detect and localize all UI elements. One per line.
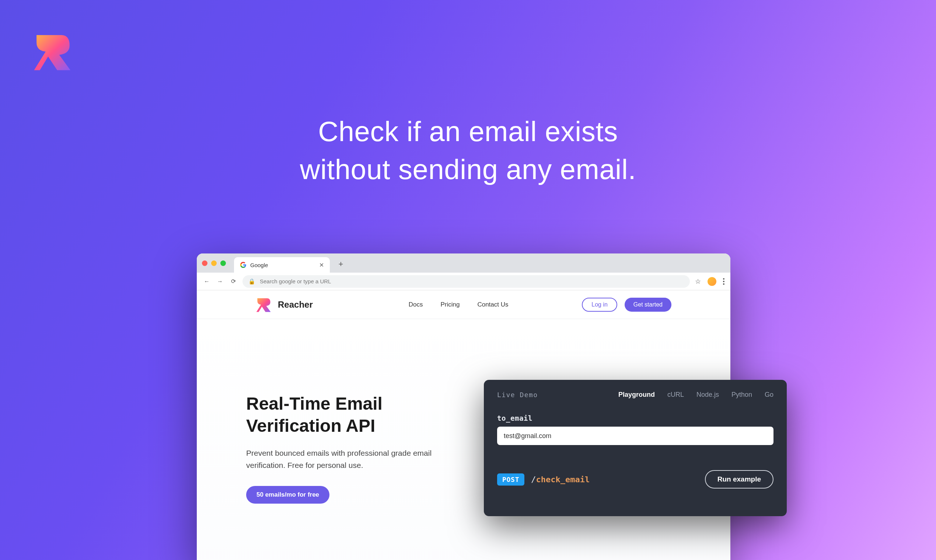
back-button[interactable]: ←: [203, 278, 211, 285]
email-input[interactable]: [497, 427, 773, 445]
browser-tab-title: Google: [250, 262, 268, 268]
brand[interactable]: Reacher: [256, 297, 313, 313]
api-playground: Live Demo Playground cURL Node.js Python…: [484, 380, 787, 516]
run-example-button[interactable]: Run example: [705, 470, 773, 489]
close-tab-icon[interactable]: ✕: [319, 262, 324, 269]
forward-button[interactable]: →: [216, 278, 224, 285]
nav-contact[interactable]: Contact Us: [477, 301, 508, 308]
profile-avatar-icon[interactable]: [708, 277, 716, 286]
headline-line1: Check if an email exists: [0, 113, 936, 151]
tab-curl[interactable]: cURL: [667, 391, 684, 398]
get-started-button[interactable]: Get started: [625, 298, 671, 312]
maximize-window-icon[interactable]: [220, 260, 226, 266]
brand-name: Reacher: [278, 300, 313, 310]
nav-docs[interactable]: Docs: [409, 301, 423, 308]
hero-title-line2: Verification API: [246, 416, 375, 435]
minimize-window-icon[interactable]: [211, 260, 217, 266]
tab-node[interactable]: Node.js: [696, 391, 719, 398]
browser-menu-icon[interactable]: [723, 278, 725, 285]
bookmark-icon[interactable]: ☆: [695, 277, 701, 286]
playground-tabs: Playground cURL Node.js Python Go: [618, 391, 773, 398]
browser-tabstrip: Google ✕ +: [197, 254, 730, 272]
endpoint-slash: /: [531, 475, 536, 484]
endpoint-path: /check_email: [531, 475, 590, 484]
browser-tab[interactable]: Google ✕: [234, 257, 330, 272]
primary-nav: Docs Pricing Contact Us: [409, 301, 508, 308]
nav-pricing[interactable]: Pricing: [440, 301, 460, 308]
hero-subtitle: Prevent bounced emails with professional…: [246, 447, 453, 471]
site-header: Reacher Docs Pricing Contact Us Log in G…: [197, 290, 730, 319]
hero-cta-button[interactable]: 50 emails/mo for free: [246, 486, 329, 504]
reload-button[interactable]: ⟳: [229, 278, 237, 285]
tab-go[interactable]: Go: [765, 391, 773, 398]
new-tab-button[interactable]: +: [336, 259, 346, 269]
tab-python[interactable]: Python: [731, 391, 752, 398]
http-method-badge: POST: [497, 474, 524, 486]
headline-line2: without sending any email.: [0, 151, 936, 189]
lock-icon: 🔒: [248, 278, 256, 285]
browser-toolbar: ← → ⟳ 🔒 Search google or type a URL ☆: [197, 272, 730, 290]
address-bar[interactable]: 🔒 Search google or type a URL: [242, 275, 690, 288]
tab-playground[interactable]: Playground: [618, 391, 655, 398]
google-favicon-icon: [240, 262, 246, 268]
hero-title: Real-Time Email Verification API: [246, 393, 467, 437]
login-button[interactable]: Log in: [582, 298, 617, 312]
marketing-headline: Check if an email exists without sending…: [0, 113, 936, 188]
playground-title: Live Demo: [497, 391, 538, 398]
window-traffic-lights: [202, 260, 226, 266]
hero-title-line1: Real-Time Email: [246, 394, 382, 413]
field-label-to-email: to_email: [497, 414, 773, 422]
address-bar-placeholder: Search google or type a URL: [260, 278, 331, 285]
close-window-icon[interactable]: [202, 260, 208, 266]
endpoint-name: check_email: [536, 475, 590, 484]
reacher-logo-icon: [256, 297, 272, 313]
reacher-logo-icon: [32, 31, 74, 72]
